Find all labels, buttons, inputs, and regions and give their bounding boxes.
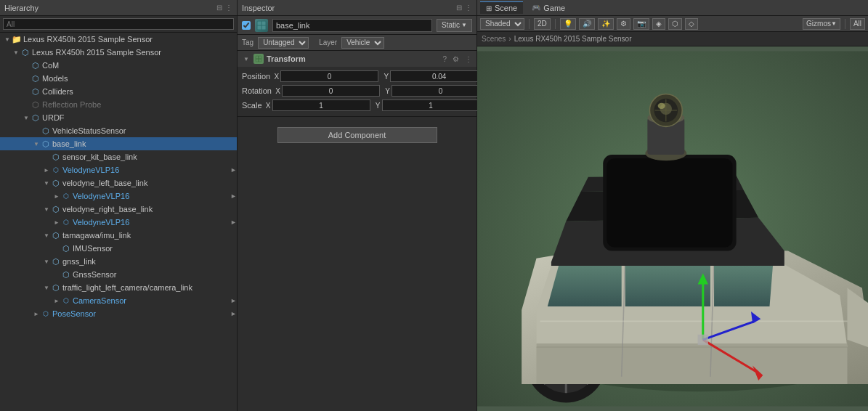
object-name-input[interactable] (272, 19, 432, 32)
transform-help-icon[interactable]: ? (442, 55, 447, 63)
transform-position-row: Position X Y Z (242, 70, 472, 83)
rotation-x-input[interactable] (282, 85, 380, 97)
hierarchy-header: Hierarchy ⊟ ⋮ (0, 0, 237, 16)
arrow-velodyne-right: ▼ (42, 205, 51, 213)
hierarchy-label-vehiclestatus: VehicleStatusSensor (52, 126, 126, 135)
hierarchy-item-vehiclestatus[interactable]: ⬡ VehicleStatusSensor (0, 124, 237, 137)
ai-button[interactable]: ◈ (652, 18, 665, 30)
layer-select[interactable]: Vehicle (341, 37, 384, 49)
hierarchy-item-traffic[interactable]: ▼ ⬡ traffic_light_left_camera/camera_lin… (0, 281, 237, 294)
layer-label: Layer (319, 38, 337, 46)
hierarchy-item-gnss[interactable]: ▼ ⬡ gnss_link (0, 255, 237, 268)
hierarchy-item-urdf[interactable]: ▼ ⬡ URDF (0, 111, 237, 124)
shaded-select[interactable]: Shaded (480, 18, 524, 30)
hierarchy-item-velodyne1[interactable]: ► ⬡ VelodyneVLP16 ► (0, 163, 237, 176)
arrow-traffic: ▼ (42, 283, 51, 292)
gameobject-icon-tamagawa: ⬡ (51, 230, 61, 240)
hierarchy-label-velodyne-left: velodyne_left_base_link (62, 179, 147, 187)
transform-component: ▼ Transform ? ⚙ ⋮ Position (238, 51, 476, 117)
all-button[interactable]: All (850, 18, 865, 30)
inspector-menu-icon[interactable]: ⋮ (465, 4, 472, 12)
hierarchy-label-velodyne1: VelodyneVLP16 (62, 166, 119, 174)
hierarchy-item-tamagawa[interactable]: ▼ ⬡ tamagawa/imu_link (0, 229, 237, 242)
expand-arrow-camerasensor: ► (230, 297, 237, 304)
hierarchy-tree[interactable]: ▼ 📁 Lexus RX450h 2015 Sample Sensor ▼ ⬡ … (0, 33, 237, 411)
svg-rect-19 (607, 158, 732, 247)
arrow-base-link: ▼ (32, 139, 41, 148)
hierarchy-item-colliders[interactable]: ⬡ Colliders (0, 85, 237, 98)
stats-button[interactable]: ◇ (685, 18, 698, 30)
arrow-velodyne2: ► (52, 192, 61, 200)
transform-header[interactable]: ▼ Transform ? ⚙ ⋮ (238, 51, 476, 67)
scene-game-tabs: ⊞ Scene 🎮 Game (477, 0, 868, 16)
tab-game[interactable]: 🎮 Game (526, 2, 571, 14)
gameobject-icon-gnss: ⬡ (51, 256, 61, 266)
gameobject-icon-com: ⬡ (31, 60, 41, 70)
inspector-tag-layer: Tag Untagged Layer Vehicle (238, 35, 476, 51)
audio-button[interactable]: 🔊 (579, 18, 595, 30)
svg-point-26 (658, 103, 665, 109)
hierarchy-item-com[interactable]: ⬡ CoM (0, 59, 237, 72)
transform-menu-icon[interactable]: ⋮ (465, 55, 472, 63)
static-button[interactable]: Static ▼ (437, 19, 472, 32)
inspector-title: Inspector (242, 4, 275, 12)
hierarchy-item-models[interactable]: ⬡ Models (0, 72, 237, 85)
menu-icon[interactable]: ⋮ (225, 4, 232, 12)
scenes-breadcrumb[interactable]: Scenes (482, 35, 506, 43)
gameobject-icon-gnsssensor: ⬡ (61, 269, 71, 280)
transform-settings-icon[interactable]: ⚙ (453, 55, 459, 63)
scene-options-button[interactable]: ⚙ (617, 18, 630, 30)
expand-arrow-velodyne2: ► (230, 192, 237, 200)
gameobject-icon-base-link: ⬡ (41, 139, 51, 149)
gameobject-icon-traffic: ⬡ (51, 282, 61, 293)
hierarchy-item-velodyne-right[interactable]: ▼ ⬡ velodyne_right_base_link (0, 203, 237, 216)
gameobject-icon-sensorkit: ⬡ (51, 152, 61, 162)
position-y-input[interactable] (390, 70, 488, 82)
object-active-checkbox[interactable] (242, 21, 251, 30)
hierarchy-item-gnsssensor[interactable]: ⬡ GnssSensor (0, 268, 237, 281)
hierarchy-item-camerasensor[interactable]: ► ⬡ CameraSensor ► (0, 294, 237, 307)
gameobject-icon-velodyne-right: ⬡ (51, 204, 61, 214)
static-dropdown-arrow: ▼ (461, 22, 467, 28)
hierarchy-item-reflection[interactable]: ⬡ Reflection Probe (0, 98, 237, 111)
scale-x-input[interactable] (272, 99, 370, 111)
2d-button[interactable]: 2D (534, 18, 551, 30)
rotation-y-label: Y (381, 87, 390, 95)
scene-3d-view[interactable] (477, 46, 868, 411)
hierarchy-item-lexus-child[interactable]: ▼ ⬡ Lexus RX450h 2015 Sample Sensor (0, 46, 237, 59)
scene-view-toolbar: Shaded 2D 💡 🔊 ✨ ⚙ 📷 ◈ ⬡ ◇ Gizmos ▼ All (477, 16, 868, 32)
hierarchy-label-lexus-root: Lexus RX450h 2015 Sample Sensor (23, 35, 153, 44)
expand-arrow-posesensor: ► (230, 310, 237, 317)
hierarchy-item-lexus-root[interactable]: ▼ 📁 Lexus RX450h 2015 Sample Sensor (0, 33, 237, 46)
scale-y-input[interactable] (382, 99, 480, 111)
arrow-lexus-root: ▼ (3, 35, 12, 44)
hierarchy-item-sensorkit[interactable]: ⬡ sensor_kit_base_link (0, 150, 237, 163)
hierarchy-label-velodyne3: VelodyneVLP16 (73, 218, 129, 227)
lighting-button[interactable]: 💡 (560, 18, 576, 30)
scene-panel: ⊞ Scene 🎮 Game Shaded 2D 💡 🔊 ✨ ⚙ 📷 (477, 0, 868, 411)
effects-button[interactable]: ✨ (598, 18, 614, 30)
hierarchy-item-velodyne-left[interactable]: ▼ ⬡ velodyne_left_base_link (0, 176, 237, 190)
arrow-camerasensor: ► (52, 296, 61, 305)
tag-select[interactable]: Untagged (258, 37, 309, 49)
gizmos-button[interactable]: Gizmos ▼ (803, 18, 840, 30)
render-button[interactable]: ⬡ (668, 18, 682, 30)
folder-icon: 📁 (12, 34, 22, 44)
lock-icon[interactable]: ⊟ (216, 4, 222, 12)
arrow-posesensor: ► (32, 309, 41, 318)
position-x-input[interactable] (280, 70, 378, 82)
hierarchy-item-base-link[interactable]: ▼ ⬡ base_link (0, 137, 237, 150)
hierarchy-search-input[interactable] (3, 18, 234, 30)
hierarchy-label-imusensor: IMUSensor (73, 244, 113, 253)
hierarchy-item-velodyne2[interactable]: ► ⬡ VelodyneVLP16 ► (0, 190, 237, 203)
inspector-lock-icon[interactable]: ⊟ (456, 4, 462, 12)
add-component-button[interactable]: Add Component (277, 127, 437, 143)
hierarchy-item-velodyne3[interactable]: ► ⬡ VelodyneVLP16 ► (0, 216, 237, 229)
tab-scene[interactable]: ⊞ Scene (480, 1, 523, 14)
rotation-y-input[interactable] (392, 85, 490, 97)
hierarchy-item-imusensor[interactable]: ⬡ IMUSensor (0, 242, 237, 255)
hierarchy-label-tamagawa: tamagawa/imu_link (62, 231, 131, 240)
expand-arrow-velodyne1: ► (230, 166, 237, 174)
hierarchy-item-posesensor[interactable]: ► ⬡ PoseSensor ► (0, 307, 237, 320)
camera-button[interactable]: 📷 (633, 18, 649, 30)
